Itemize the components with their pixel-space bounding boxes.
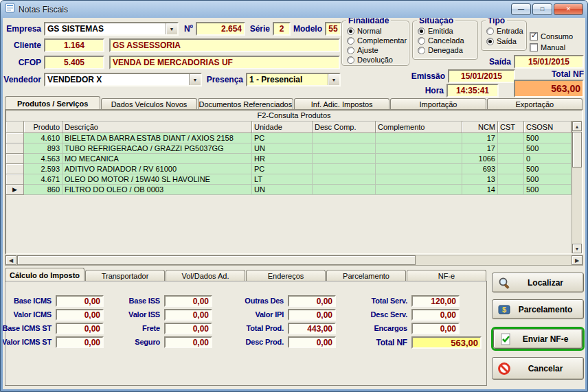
desc-prod-field[interactable]: 0,00 <box>288 336 336 348</box>
grid-row[interactable]: 4.563 MO MECANICA HR 1066 0 <box>6 154 572 164</box>
localizar-button[interactable]: Localizar <box>492 273 584 292</box>
current-row-indicator[interactable]: ▶ <box>6 185 24 195</box>
radio-normal[interactable]: Normal <box>347 27 381 35</box>
grid-row[interactable]: 2.593 ADITIVO RADIADOR / RV 61000 PC 693… <box>6 164 572 174</box>
outras-des-field[interactable]: 0,00 <box>288 295 336 307</box>
scroll-left-button[interactable]: ◀ <box>5 255 16 265</box>
total-prod-field[interactable]: 443,00 <box>288 323 336 334</box>
modelo-field[interactable]: 55 <box>325 22 341 36</box>
manual-checkbox[interactable]: Manual <box>530 43 565 51</box>
row-selector[interactable] <box>6 164 24 174</box>
grid-row-current[interactable]: ▶ 860 FILTRO DO OLEO / OB 0003 UN 14 500 <box>6 185 572 195</box>
tab-importacao[interactable]: Importação <box>390 98 486 110</box>
total-serv-field[interactable]: 120,00 <box>411 295 460 307</box>
cell-cst <box>498 143 524 154</box>
cancelar-button[interactable]: Cancelar <box>492 357 584 380</box>
base-iss-field[interactable]: 0,00 <box>164 295 212 307</box>
radio-denegada[interactable]: Denegada <box>418 46 463 54</box>
client-area: Empresa GS SISTEMAS ▼ Nº 2.654 Série 2 M… <box>3 18 585 389</box>
seguro-field[interactable]: 0,00 <box>164 336 212 348</box>
chevron-down-icon[interactable]: ▼ <box>328 74 339 85</box>
base-icms-label: Base ICMS <box>14 297 52 305</box>
base-icms-field[interactable]: 0,00 <box>56 295 104 307</box>
tab-exportacao[interactable]: Exportação <box>487 98 583 110</box>
scroll-down-button[interactable]: ▼ <box>572 244 582 253</box>
chevron-down-icon[interactable]: ▼ <box>189 74 201 85</box>
grid-row[interactable]: 893 TUBO REFRIGERACAO / GRAZZI PG5037GG … <box>6 143 572 154</box>
radio-icon <box>418 27 425 35</box>
col-ncm[interactable]: NCM <box>462 122 498 133</box>
tab-vol-dados-ad[interactable]: Vol/Dados Ad. <box>166 270 245 281</box>
radio-icon <box>347 27 354 35</box>
row-selector[interactable] <box>6 154 24 164</box>
row-selector[interactable] <box>6 174 24 185</box>
row-selector[interactable] <box>6 133 24 143</box>
grid-row[interactable]: 4.610 BIELETA DA BARRA ESTAB DIANT / AXI… <box>6 133 572 143</box>
numero-field[interactable]: 2.654 <box>196 22 245 36</box>
grid-row[interactable]: 4.671 OLEO DO MOTOR / 15W40 SL HAVOLINE … <box>6 174 572 185</box>
radio-entrada[interactable]: Entrada <box>486 27 523 35</box>
consumo-checkbox[interactable]: Consumo <box>530 32 573 41</box>
tab-inf-adic-impostos[interactable]: Inf. Adic. Impostos <box>294 98 389 110</box>
radio-devolucao[interactable]: Devolução <box>347 56 393 64</box>
radio-ajuste[interactable]: Ajuste <box>347 46 378 54</box>
grid-vertical-scrollbar[interactable]: ▲ ▼ <box>572 122 582 253</box>
minimize-button[interactable]: — <box>511 3 531 15</box>
close-button[interactable]: ✕ <box>554 3 583 15</box>
total-serv-label: Total Serv. <box>372 297 407 305</box>
base-icms-st-field[interactable]: 0,00 <box>56 323 104 334</box>
empresa-combo[interactable]: GS SISTEMAS ▼ <box>44 22 179 36</box>
encargos-field[interactable]: 0,00 <box>411 323 460 334</box>
tab-produtos-servicos[interactable]: Produtos / Serviços <box>5 96 100 110</box>
cfop-code-field[interactable]: 5.405 <box>44 56 104 69</box>
cliente-code-field[interactable]: 1.164 <box>44 38 104 52</box>
scrollbar-thumb[interactable] <box>17 255 416 265</box>
row-selector[interactable] <box>6 143 24 154</box>
saida-date-field[interactable]: 15/01/2015 <box>514 55 584 69</box>
radio-emitida[interactable]: Emitida <box>418 27 453 35</box>
vendedor-combo[interactable]: VENDEDOR X ▼ <box>44 73 202 87</box>
radio-label: Complementar <box>357 36 407 45</box>
col-complemento[interactable]: Complemento <box>376 122 462 133</box>
scroll-up-button[interactable]: ▲ <box>572 122 582 131</box>
enviar-nfe-button[interactable]: Enviar NF-e <box>493 329 583 349</box>
valor-iss-field[interactable]: 0,00 <box>164 309 212 321</box>
col-desc-comp[interactable]: Desc Comp. <box>313 122 376 133</box>
tab-calculo-imposto[interactable]: Cálculo do Imposto <box>5 268 84 281</box>
desc-serv-field[interactable]: 0,00 <box>411 309 460 321</box>
tab-transportador[interactable]: Transportador <box>85 270 165 281</box>
col-descricao[interactable]: Descrição <box>63 122 252 133</box>
valor-icms-field[interactable]: 0,00 <box>56 309 104 321</box>
scrollbar-track[interactable] <box>16 255 572 265</box>
scrollbar-thumb[interactable] <box>572 132 582 168</box>
col-cst[interactable]: CST <box>498 122 524 133</box>
serie-field[interactable]: 2 <box>273 22 291 36</box>
tab-enderecos[interactable]: Endereços <box>246 270 326 281</box>
tab-parcelamento[interactable]: Parcelamento <box>326 270 406 281</box>
tab-dados-veiculos[interactable]: Dados Veículos Novos <box>101 98 196 110</box>
radio-saida[interactable]: Saída <box>486 37 517 45</box>
cell-ncm: 13 <box>462 174 498 185</box>
scroll-right-button[interactable]: ▶ <box>572 255 583 265</box>
checkbox-icon <box>530 32 538 41</box>
radio-cancelada[interactable]: Cancelada <box>418 36 464 45</box>
parcelamento-button[interactable]: $ Parcelamento <box>492 299 584 319</box>
tab-nfe[interactable]: NF-e <box>407 270 486 281</box>
col-produto[interactable]: Produto <box>24 122 63 133</box>
frete-field[interactable]: 0,00 <box>164 323 212 334</box>
col-unidade[interactable]: Unidade <box>252 122 313 133</box>
chevron-down-icon[interactable]: ▼ <box>166 23 177 34</box>
maximize-button[interactable]: □ <box>532 3 552 15</box>
cliente-name-field[interactable]: GS ASSESSORIA <box>109 38 340 52</box>
cfop-desc-field[interactable]: VENDA DE MERCADORIAS UF <box>109 56 340 69</box>
presenca-combo[interactable]: 1 - Presencial ▼ <box>246 73 341 87</box>
valor-ipi-field[interactable]: 0,00 <box>288 309 336 321</box>
col-csosn[interactable]: CSOSN <box>524 122 572 133</box>
tab-documentos-referenciados[interactable]: Documentos Referenciados <box>198 98 293 110</box>
radio-complementar[interactable]: Complementar <box>347 36 407 45</box>
valor-icms-st-field[interactable]: 0,00 <box>56 336 104 348</box>
emissao-date-field[interactable]: 15/01/2015 <box>448 69 515 83</box>
presenca-label: Presença <box>207 75 243 84</box>
cell-ncm: 1066 <box>462 154 498 164</box>
grid-horizontal-scrollbar[interactable]: ◀ ▶ <box>5 255 583 266</box>
